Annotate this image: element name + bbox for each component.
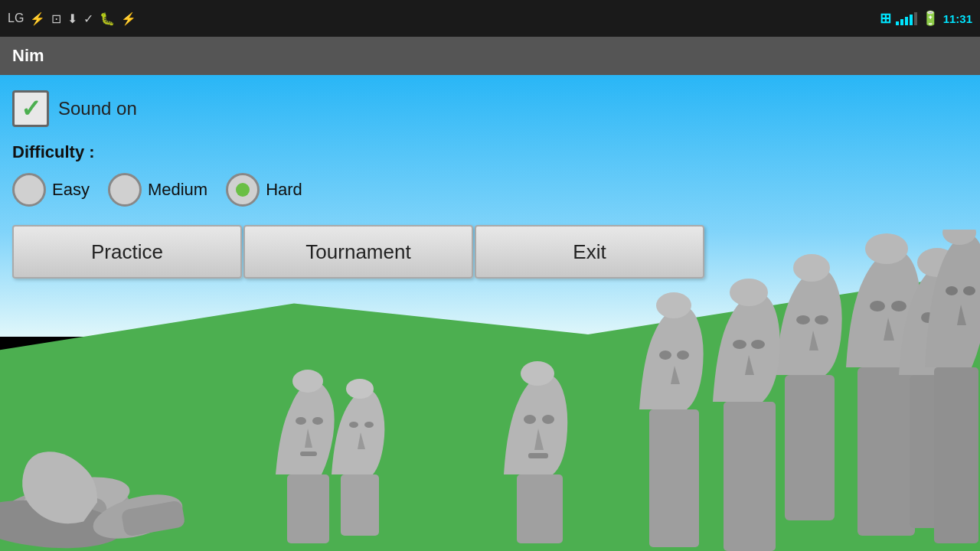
clock: 11:31 — [943, 12, 972, 25]
medium-label: Medium — [148, 180, 207, 200]
svg-point-26 — [796, 315, 810, 324]
check-icon: ✓ — [83, 11, 93, 26]
svg-point-7 — [292, 370, 323, 393]
sound-label: Sound on — [58, 98, 137, 119]
svg-rect-19 — [528, 453, 548, 458]
difficulty-hard[interactable]: Hard — [226, 173, 302, 207]
download-icon: ⬇ — [67, 11, 77, 26]
svg-rect-6 — [287, 474, 329, 543]
difficulty-medium[interactable]: Medium — [108, 173, 207, 207]
svg-point-25 — [793, 254, 830, 282]
svg-point-42 — [946, 286, 958, 295]
medium-radio-inner — [118, 183, 132, 197]
svg-point-37 — [730, 279, 768, 306]
status-bar: LG ⚡ ⊡ ⬇ ✓ 🐛 ⚡ ⊞ 🔋 11:31 — [0, 0, 980, 37]
svg-rect-20 — [858, 367, 915, 536]
svg-point-22 — [870, 301, 885, 311]
exit-button[interactable]: Exit — [475, 225, 704, 279]
hard-label: Hard — [266, 180, 302, 200]
svg-point-35 — [677, 350, 689, 360]
svg-point-27 — [815, 315, 828, 324]
svg-point-9 — [312, 417, 323, 425]
svg-point-33 — [656, 292, 691, 318]
lg-icon: LG — [8, 11, 24, 25]
status-icons-left: LG ⚡ ⊡ ⬇ ✓ 🐛 ⚡ — [8, 11, 136, 26]
main-content: ✓ Sound on Difficulty : Easy Medium — [0, 75, 980, 551]
svg-point-17 — [524, 415, 536, 424]
svg-point-12 — [346, 379, 374, 399]
title-bar: Nim — [0, 37, 980, 75]
sound-checkbox[interactable]: ✓ — [12, 90, 49, 127]
svg-rect-36 — [724, 402, 776, 551]
hard-radio-inner — [236, 183, 250, 197]
svg-point-39 — [751, 340, 765, 349]
easy-label: Easy — [52, 180, 90, 200]
svg-rect-15 — [517, 474, 563, 543]
svg-point-38 — [733, 340, 746, 349]
bug-icon: 🐛 — [100, 11, 115, 26]
svg-point-21 — [865, 233, 908, 264]
action-buttons: Practice Tournament Exit — [12, 225, 706, 279]
practice-button[interactable]: Practice — [12, 225, 242, 279]
svg-rect-11 — [341, 474, 379, 536]
svg-rect-10 — [300, 452, 317, 456]
svg-point-18 — [542, 415, 554, 424]
easy-radio-circle[interactable] — [12, 173, 46, 207]
usb2-icon: ⚡ — [121, 11, 136, 26]
difficulty-label: Difficulty : — [12, 142, 706, 162]
status-right: ⊞ 🔋 11:31 — [880, 10, 972, 27]
svg-rect-32 — [649, 409, 699, 547]
app-title: Nim — [12, 46, 44, 66]
sound-row: ✓ Sound on — [12, 90, 706, 127]
svg-point-34 — [659, 350, 671, 360]
usb-icon: ⚡ — [30, 11, 45, 26]
svg-point-8 — [296, 417, 306, 425]
moai-center — [490, 352, 612, 551]
signal-icon — [896, 12, 917, 25]
check-mark: ✓ — [21, 94, 41, 123]
medium-radio-circle[interactable] — [108, 173, 142, 207]
expand-icon: ⊞ — [880, 10, 891, 27]
difficulty-options: Easy Medium Hard — [12, 173, 706, 207]
easy-radio-inner — [22, 183, 36, 197]
ui-overlay: ✓ Sound on Difficulty : Easy Medium — [0, 75, 718, 294]
difficulty-easy[interactable]: Easy — [12, 173, 90, 207]
moai-mid-left — [253, 337, 406, 551]
clipboard-icon: ⊡ — [51, 11, 61, 26]
svg-point-23 — [891, 301, 906, 311]
moai-fallen-left — [0, 383, 245, 551]
tournament-button[interactable]: Tournament — [243, 225, 473, 279]
svg-point-43 — [963, 286, 975, 295]
battery-icon: 🔋 — [922, 10, 939, 27]
svg-point-16 — [521, 361, 554, 386]
svg-rect-40 — [934, 367, 978, 543]
svg-rect-24 — [785, 375, 835, 520]
svg-point-13 — [349, 422, 358, 428]
hard-radio-circle[interactable] — [226, 173, 260, 207]
svg-point-14 — [364, 422, 374, 428]
